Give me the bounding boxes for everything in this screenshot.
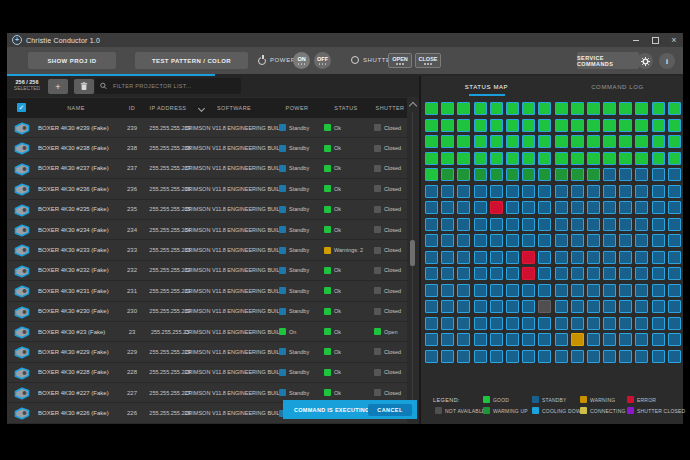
status-cell-standby bbox=[571, 350, 584, 363]
status-cell-standby bbox=[441, 300, 454, 313]
status-cell-standby bbox=[555, 300, 568, 313]
table-row[interactable]: BOXER 4K30 #235 (Fake)235255.255.255.235… bbox=[7, 200, 407, 220]
status-cell-standby bbox=[441, 234, 454, 247]
status-cell-warming bbox=[474, 168, 487, 181]
test-pattern-color-button[interactable]: TEST PATTERN / COLOR bbox=[135, 52, 248, 69]
shutter-chip: Open bbox=[374, 322, 397, 341]
table-row[interactable]: BOXER 4K30 #231 (Fake)231255.255.255.231… bbox=[7, 281, 407, 301]
status-cell-good bbox=[603, 119, 616, 132]
status-cell-standby bbox=[668, 317, 681, 330]
table-row[interactable]: BOXER 4K30 #239 (Fake)239255.255.255.239… bbox=[7, 118, 407, 138]
status-cell-standby bbox=[457, 350, 470, 363]
close-button[interactable]: × bbox=[670, 33, 678, 47]
status-cell-standby bbox=[555, 218, 568, 231]
status-cell-standby bbox=[652, 251, 665, 264]
table-scrollbar bbox=[407, 98, 419, 424]
status-map-grid bbox=[425, 102, 681, 363]
status-cell-standby bbox=[603, 284, 616, 297]
status-indicator-icon bbox=[324, 247, 331, 254]
status-cell-good bbox=[522, 135, 535, 148]
status-cell-standby bbox=[635, 267, 648, 280]
status-cell-standby bbox=[652, 300, 665, 313]
table-row[interactable]: BOXER 4K30 #238 (Fake)238255.255.255.238… bbox=[7, 138, 407, 158]
table-row[interactable]: BOXER 4K30 #232 (Fake)232255.255.255.232… bbox=[7, 261, 407, 281]
cell-software: CRIMSON V11.8 ENGINEERING BUILD bbox=[177, 281, 291, 300]
table-row[interactable]: BOXER 4K30 #229 (Fake)229255.255.255.229… bbox=[7, 342, 407, 362]
status-cell-standby bbox=[587, 333, 600, 346]
status-chip: Ok bbox=[324, 200, 341, 219]
power-indicator-icon bbox=[279, 185, 286, 192]
status-cell-standby bbox=[457, 218, 470, 231]
tab-status-map[interactable]: STATUS MAP bbox=[421, 76, 552, 97]
status-cell-standby bbox=[474, 284, 487, 297]
shutter-open-button[interactable]: OPEN bbox=[388, 53, 412, 68]
scroll-up-icon[interactable] bbox=[409, 102, 417, 110]
shutter-close-button[interactable]: CLOSE bbox=[415, 53, 441, 68]
select-all-checkbox[interactable]: ✓ bbox=[17, 103, 26, 112]
delete-projector-button[interactable] bbox=[74, 79, 94, 94]
status-chip: Ok bbox=[324, 220, 341, 239]
status-cell-standby bbox=[603, 185, 616, 198]
status-cell-standby bbox=[522, 333, 535, 346]
table-row[interactable]: BOXER 4K30 #236 (Fake)236255.255.255.236… bbox=[7, 179, 407, 199]
shutter-chip: Closed bbox=[374, 240, 401, 259]
status-indicator-icon bbox=[324, 165, 331, 172]
table-row[interactable]: BOXER 4K30 #237 (Fake)237255.255.255.237… bbox=[7, 159, 407, 179]
legend-swatch-good bbox=[483, 396, 490, 403]
legend-swatch-warming bbox=[483, 407, 490, 414]
status-cell-standby bbox=[652, 350, 665, 363]
cancel-button[interactable]: CANCEL bbox=[368, 404, 412, 416]
screen: + Christie Conductor 1.0 × SHOW PROJ ID … bbox=[0, 0, 690, 460]
table-row[interactable]: BOXER 4K30 #228 (Fake)228255.255.255.228… bbox=[7, 363, 407, 383]
power-chip: Standby bbox=[279, 200, 309, 219]
power-on-button[interactable]: ON bbox=[293, 52, 310, 69]
status-cell-standby bbox=[490, 218, 503, 231]
status-cell-good bbox=[441, 102, 454, 115]
table-row[interactable]: BOXER 4K30 #230 (Fake)230255.255.255.230… bbox=[7, 302, 407, 322]
legend-item-standby: STANDBY bbox=[532, 396, 567, 403]
table-row[interactable]: BOXER 4K30 #23 (Fake)23255.255.255.23CRI… bbox=[7, 322, 407, 342]
status-indicator-icon bbox=[324, 348, 331, 355]
add-projector-button[interactable]: + bbox=[48, 79, 68, 94]
power-off-button[interactable]: OFF bbox=[314, 52, 331, 69]
status-cell-standby bbox=[425, 185, 438, 198]
status-cell-good bbox=[635, 152, 648, 165]
status-cell-standby bbox=[538, 333, 551, 346]
status-cell-good bbox=[425, 119, 438, 132]
status-cell-good bbox=[506, 152, 519, 165]
status-cell-warming bbox=[538, 168, 551, 181]
cell-name: BOXER 4K30 #232 (Fake) bbox=[38, 261, 109, 280]
status-cell-standby bbox=[587, 185, 600, 198]
status-cell-standby bbox=[506, 251, 519, 264]
header-power[interactable]: POWER bbox=[269, 98, 325, 118]
status-cell-good bbox=[587, 135, 600, 148]
status-cell-standby bbox=[587, 218, 600, 231]
maximize-button[interactable] bbox=[651, 33, 659, 47]
minimize-button[interactable] bbox=[632, 33, 640, 47]
table-row[interactable]: BOXER 4K30 #234 (Fake)234255.255.255.234… bbox=[7, 220, 407, 240]
projector-list-pane: 256 / 256 SELECTED + bbox=[7, 76, 419, 424]
header-name[interactable]: NAME bbox=[46, 98, 106, 118]
status-cell-standby bbox=[555, 317, 568, 330]
status-indicator-icon bbox=[324, 124, 331, 131]
status-cell-standby bbox=[619, 218, 632, 231]
show-proj-id-button[interactable]: SHOW PROJ ID bbox=[28, 52, 116, 69]
power-chip: On bbox=[279, 322, 296, 341]
status-cell-good bbox=[425, 152, 438, 165]
tab-command-log[interactable]: COMMAND LOG bbox=[552, 76, 683, 97]
status-cell-standby bbox=[587, 300, 600, 313]
status-cell-standby bbox=[571, 251, 584, 264]
status-cell-good bbox=[474, 102, 487, 115]
table-row[interactable]: BOXER 4K30 #233 (Fake)233255.255.255.233… bbox=[7, 240, 407, 260]
status-cell-standby bbox=[474, 333, 487, 346]
status-cell-good bbox=[474, 135, 487, 148]
scrollbar-thumb[interactable] bbox=[410, 240, 415, 266]
filter-projector-input[interactable] bbox=[111, 82, 236, 90]
power-indicator-icon bbox=[279, 145, 286, 152]
info-button[interactable]: i bbox=[659, 53, 675, 69]
status-cell-error bbox=[522, 251, 535, 264]
service-commands-button[interactable]: SERVICE COMMANDS bbox=[577, 52, 639, 69]
status-cell-error bbox=[522, 267, 535, 280]
settings-gear-button[interactable] bbox=[637, 53, 653, 69]
status-cell-standby bbox=[603, 317, 616, 330]
